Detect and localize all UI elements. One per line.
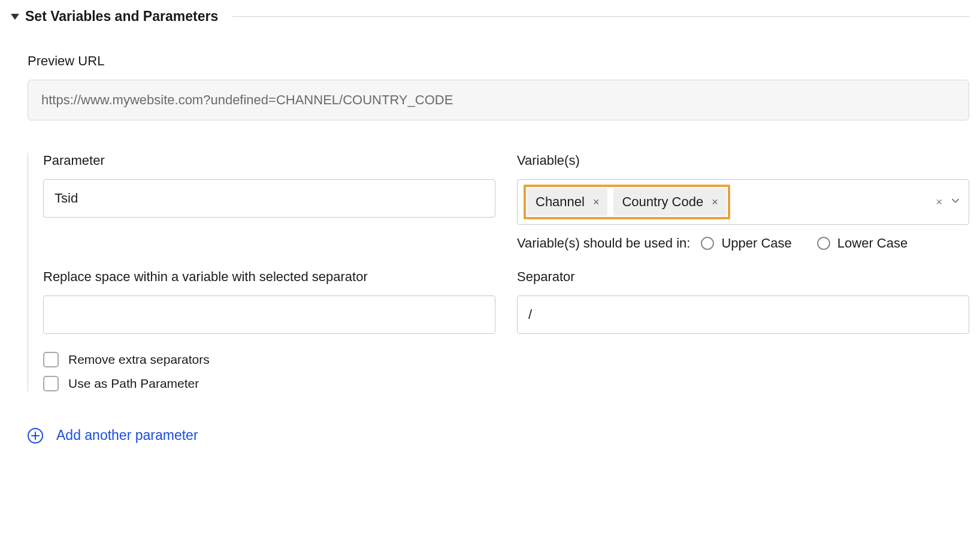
checkboxes-block: Remove extra separators Use as Path Para… (43, 352, 969, 391)
parameter-section: Parameter Variable(s) Channel × Country … (28, 153, 969, 391)
add-parameter-label: Add another parameter (56, 427, 198, 444)
chevron-down-icon[interactable] (951, 196, 960, 208)
parameter-column: Parameter (43, 153, 495, 251)
select-controls: × (936, 196, 960, 209)
radio-icon[interactable] (701, 237, 714, 250)
parameter-label: Parameter (43, 153, 495, 168)
preview-url-display: https://www.mywebsite.com?undefined=CHAN… (28, 80, 969, 120)
variable-tag-country-code: Country Code × (613, 188, 726, 216)
section-title: Set Variables and Parameters (25, 8, 218, 25)
use-as-path-parameter-row[interactable]: Use as Path Parameter (43, 376, 969, 391)
separator-label: Separator (517, 269, 969, 285)
variables-tag-highlight: Channel × Country Code × (524, 185, 730, 219)
plus-circle-icon (28, 428, 43, 444)
variables-column: Variable(s) Channel × Country Code × × (517, 153, 969, 251)
variables-label: Variable(s) (517, 153, 969, 168)
radio-icon[interactable] (817, 237, 830, 250)
caret-down-icon (11, 14, 19, 20)
case-radio-row: Variable(s) should be used in: Upper Cas… (517, 236, 969, 251)
remove-extra-separators-label: Remove extra separators (68, 352, 210, 367)
tag-label: Country Code (622, 194, 703, 210)
lower-case-option[interactable]: Lower Case (817, 236, 908, 251)
separator-column: Separator (517, 269, 969, 334)
parameter-input[interactable] (43, 179, 495, 218)
lower-case-label: Lower Case (837, 236, 908, 251)
replace-space-column: Replace space within a variable with sel… (43, 269, 495, 334)
variable-tag-channel: Channel × (527, 188, 607, 216)
upper-case-label: Upper Case (721, 236, 791, 251)
checkbox-icon[interactable] (43, 352, 59, 367)
remove-tag-icon[interactable]: × (712, 197, 718, 207)
section-left-border (28, 153, 28, 391)
tag-label: Channel (536, 194, 585, 210)
section-header[interactable]: Set Variables and Parameters (11, 8, 969, 25)
case-label: Variable(s) should be used in: (517, 236, 690, 251)
use-as-path-parameter-label: Use as Path Parameter (68, 376, 199, 391)
remove-tag-icon[interactable]: × (593, 197, 600, 207)
remove-extra-separators-row[interactable]: Remove extra separators (43, 352, 969, 367)
variables-select[interactable]: Channel × Country Code × × (517, 179, 969, 225)
checkbox-icon[interactable] (43, 376, 59, 391)
preview-url-label: Preview URL (28, 53, 969, 69)
preview-url-group: Preview URL https://www.mywebsite.com?un… (28, 53, 969, 120)
separator-input[interactable] (517, 295, 969, 334)
upper-case-option[interactable]: Upper Case (701, 236, 791, 251)
clear-all-icon[interactable]: × (936, 196, 942, 209)
replace-space-label: Replace space within a variable with sel… (43, 269, 495, 285)
add-parameter-button[interactable]: Add another parameter (28, 427, 969, 444)
divider-line (232, 16, 969, 17)
replace-space-input[interactable] (43, 295, 495, 334)
